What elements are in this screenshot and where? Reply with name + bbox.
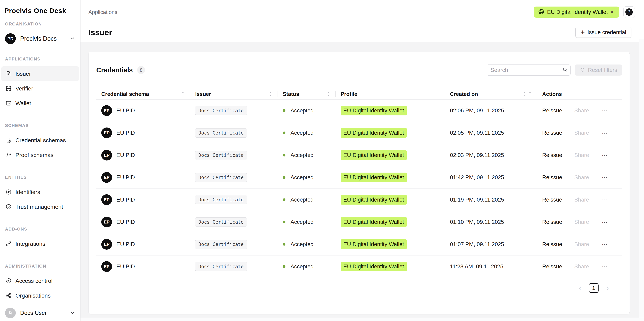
- sidebar-item-label: Wallet: [16, 100, 31, 107]
- share-button[interactable]: Share: [574, 174, 589, 181]
- reset-filters-button[interactable]: Reset filters: [575, 64, 622, 75]
- column-header-issuer[interactable]: Issuer: [190, 89, 278, 99]
- pagination-next-icon[interactable]: ›: [606, 284, 609, 292]
- table-row[interactable]: EPEU PIDDocs CertificateAcceptedEU Digit…: [96, 189, 622, 211]
- share-button[interactable]: Share: [574, 263, 589, 270]
- profile-chip: EU Digital Identity Wallet: [340, 128, 407, 138]
- issuer-badge: Docs Certificate: [195, 240, 247, 249]
- table-row[interactable]: EPEU PIDDocs CertificateAcceptedEU Digit…: [96, 256, 622, 278]
- sidebar-item-label: Verifier: [16, 85, 33, 92]
- more-actions-button[interactable]: ⋯: [602, 197, 608, 203]
- share-button[interactable]: Share: [574, 197, 589, 203]
- filter-icon[interactable]: [528, 91, 532, 97]
- more-actions-button[interactable]: ⋯: [602, 263, 608, 270]
- profile-chip: EU Digital Identity Wallet: [340, 106, 407, 115]
- pagination-page-1[interactable]: 1: [589, 283, 598, 293]
- table-row[interactable]: EPEU PIDDocs CertificateAcceptedEU Digit…: [96, 122, 622, 144]
- reissue-button[interactable]: Reissue: [542, 107, 562, 114]
- issue-credential-button[interactable]: + Issue credential: [576, 27, 632, 38]
- sidebar-item-access-control[interactable]: Access control: [1, 274, 79, 288]
- sidebar-item-wallet[interactable]: Wallet: [1, 96, 79, 111]
- status-dot-icon: [283, 198, 286, 201]
- org-switcher[interactable]: PD Procivis Docs: [1, 31, 79, 46]
- horizontal-scrollbar[interactable]: [80, 318, 644, 321]
- schema-avatar: EP: [101, 261, 112, 272]
- status-text: Accepted: [290, 152, 314, 158]
- table-row[interactable]: EPEU PIDDocs CertificateAcceptedEU Digit…: [96, 211, 622, 233]
- reissue-button[interactable]: Reissue: [542, 263, 562, 270]
- share-button[interactable]: Share: [574, 219, 589, 225]
- login-icon: [5, 278, 12, 284]
- issuer-badge: Docs Certificate: [195, 262, 247, 271]
- more-actions-button[interactable]: ⋯: [602, 152, 608, 158]
- column-header-actions: Actions: [537, 89, 622, 99]
- page-title: Issuer: [88, 28, 112, 37]
- credential-schema-name: EU PID: [116, 174, 135, 181]
- reissue-button[interactable]: Reissue: [542, 241, 562, 248]
- reissue-button[interactable]: Reissue: [542, 174, 562, 181]
- share-button[interactable]: Share: [574, 152, 589, 158]
- more-actions-button[interactable]: ⋯: [602, 174, 608, 181]
- share-button[interactable]: Share: [574, 107, 589, 114]
- pagination-prev-icon[interactable]: ‹: [579, 284, 581, 292]
- user-menu[interactable]: Docs User: [0, 305, 80, 321]
- close-icon[interactable]: ×: [610, 9, 615, 15]
- share-button[interactable]: Share: [574, 130, 589, 136]
- sort-icon[interactable]: [268, 91, 273, 97]
- document-icon: [5, 70, 12, 77]
- column-header-credential-schema[interactable]: Credential schema: [96, 89, 190, 99]
- issuer-badge: Docs Certificate: [195, 195, 247, 204]
- sidebar-item-roles[interactable]: Roles: [1, 303, 79, 305]
- reissue-button[interactable]: Reissue: [542, 197, 562, 203]
- share-button[interactable]: Share: [574, 241, 589, 248]
- status-dot-icon: [283, 221, 286, 223]
- column-header-created-on[interactable]: Created on: [445, 89, 537, 99]
- credential-schema-icon: [5, 137, 12, 143]
- column-label: Actions: [542, 91, 562, 97]
- reissue-button[interactable]: Reissue: [542, 219, 562, 225]
- check-circle-icon: [5, 204, 12, 210]
- sidebar-item-issuer[interactable]: Issuer: [1, 66, 79, 81]
- table-row[interactable]: EPEU PIDDocs CertificateAcceptedEU Digit…: [96, 166, 622, 189]
- org-name: Procivis Docs: [20, 35, 70, 42]
- table-row[interactable]: EPEU PIDDocs CertificateAcceptedEU Digit…: [96, 99, 622, 122]
- credentials-table: Credential schemaIssuerStatusProfileCrea…: [96, 89, 622, 278]
- sidebar-item-verifier[interactable]: Verifier: [1, 81, 79, 96]
- sidebar-item-label: Organisations: [16, 292, 51, 299]
- reissue-button[interactable]: Reissue: [542, 130, 562, 136]
- sidebar-item-trust-management[interactable]: Trust management: [1, 199, 79, 214]
- table-row[interactable]: EPEU PIDDocs CertificateAcceptedEU Digit…: [96, 144, 622, 166]
- search-input[interactable]: [487, 65, 560, 75]
- table-row[interactable]: EPEU PIDDocs CertificateAcceptedEU Digit…: [96, 233, 622, 256]
- sidebar-item-credential-schemas[interactable]: Credential schemas: [1, 133, 79, 148]
- credential-schema-name: EU PID: [116, 130, 135, 136]
- sort-icon[interactable]: [326, 91, 330, 97]
- section-label-schemas: SCHEMAS: [1, 123, 79, 128]
- reissue-button[interactable]: Reissue: [542, 152, 562, 158]
- sidebar-item-identifiers[interactable]: Identifiers: [1, 185, 79, 199]
- sidebar-item-integrations[interactable]: Integrations: [1, 236, 79, 251]
- environment-badge[interactable]: EU Digital Identity Wallet ×: [534, 6, 619, 17]
- more-actions-button[interactable]: ⋯: [602, 107, 608, 114]
- created-on: 01:07 PM, 09.11.2025: [450, 241, 504, 248]
- search-button[interactable]: [560, 65, 570, 75]
- wallet-icon: [5, 100, 12, 106]
- help-button[interactable]: ?: [623, 6, 635, 18]
- status-text: Accepted: [290, 219, 314, 225]
- schema-avatar: EP: [101, 217, 112, 227]
- vertical-scrollbar[interactable]: [639, 39, 644, 318]
- breadcrumb[interactable]: Applications: [88, 9, 118, 15]
- profile-chip: EU Digital Identity Wallet: [340, 150, 407, 160]
- column-header-status[interactable]: Status: [278, 89, 336, 99]
- more-actions-button[interactable]: ⋯: [602, 130, 608, 136]
- more-actions-button[interactable]: ⋯: [602, 219, 608, 225]
- org-chart-icon: [5, 292, 12, 299]
- compass-icon: [5, 189, 12, 195]
- status-dot-icon: [283, 265, 286, 268]
- more-actions-button[interactable]: ⋯: [602, 241, 608, 248]
- sort-icon[interactable]: [181, 91, 185, 97]
- issuer-badge: Docs Certificate: [195, 218, 247, 227]
- sort-icon[interactable]: [522, 91, 526, 97]
- sidebar-item-organisations[interactable]: Organisations: [1, 288, 79, 303]
- sidebar-item-proof-schemas[interactable]: Proof schemas: [1, 148, 79, 162]
